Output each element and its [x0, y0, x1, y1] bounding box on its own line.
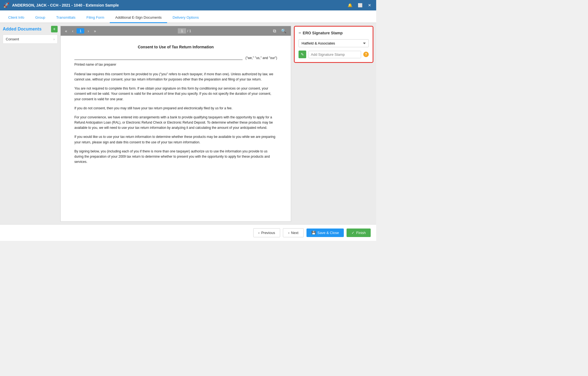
tab-additional-esign[interactable]: Additional E-Sign Documents [110, 13, 167, 23]
signature-row: ✎ ? [299, 51, 369, 58]
help-icon[interactable]: ? [363, 52, 369, 57]
doc-para-1: You are not required to complete this fo… [74, 86, 277, 102]
ero-collapse-btn[interactable]: − [299, 30, 301, 35]
last-page-btn[interactable]: » [92, 28, 98, 34]
doc-para-2: If you do not consent, then you may stil… [74, 106, 277, 111]
next-button[interactable]: › Next [283, 228, 303, 237]
document-item-label: Consent [6, 37, 19, 41]
prev-chevron-icon: ‹ [258, 231, 260, 235]
signature-stamp-input[interactable] [308, 51, 361, 58]
save-icon: 💾 [311, 231, 316, 235]
tab-client-info[interactable]: Client Info [3, 13, 30, 23]
first-page-btn[interactable]: « [63, 28, 69, 34]
next-chevron-icon: › [288, 231, 289, 235]
tab-bar: Client Info Group Transmittals Filing Fo… [0, 10, 376, 23]
save-close-button[interactable]: 💾 Save & Close [306, 229, 344, 237]
doc-para-5: By signing below, you (including each of… [74, 149, 277, 165]
ero-firm-dropdown[interactable]: Hatfield & Associates [299, 39, 369, 47]
document-content: Consent to Use of Tax Return Information… [61, 36, 291, 221]
next-page-btn[interactable]: › [86, 28, 91, 34]
add-document-button[interactable]: + [51, 26, 58, 32]
doc-line-label: ("we," "us," and "our") [245, 55, 277, 61]
restore-btn[interactable]: ⬜ [356, 2, 364, 8]
added-docs-title: Added Documents [3, 27, 41, 32]
tab-delivery-options[interactable]: Delivery Options [167, 13, 204, 23]
footer: ‹ Previous › Next 💾 Save & Close ✓ Finis… [0, 224, 376, 241]
tab-transmittals[interactable]: Transmittals [51, 13, 81, 23]
document-item-consent[interactable]: Consent › [3, 35, 58, 44]
doc-para-4: If you would like us to use your tax ret… [74, 134, 277, 145]
search-icon-btn[interactable]: 🔍 [279, 28, 288, 34]
prev-page-btn[interactable]: ‹ [71, 28, 75, 34]
doc-para-3: For your convenience, we have entered in… [74, 115, 277, 131]
chevron-right-icon: › [54, 37, 55, 41]
page-input[interactable] [178, 28, 186, 34]
signature-edit-btn[interactable]: ✎ [299, 51, 306, 58]
main-content: Added Documents + Consent › « ‹ 1 › » / … [0, 23, 376, 224]
notify-btn[interactable]: 🔔 [346, 2, 354, 8]
app-icon: 🚀 [3, 2, 9, 8]
titlebar: 🚀 ANDERSON, JACK - CCH - 2021 - 1040 - E… [0, 0, 376, 10]
ero-signature-box: − ERO Signature Stamp Hatfield & Associa… [294, 26, 373, 63]
left-panel: Added Documents + Consent › [3, 26, 58, 222]
doc-para-0: Federal law requires this consent form b… [74, 72, 277, 82]
doc-toolbar: « ‹ 1 › » / 1 ⧉ 🔍 [61, 26, 291, 36]
tab-group[interactable]: Group [30, 13, 51, 23]
current-page-btn[interactable]: 1 [77, 28, 84, 34]
app-title: ANDERSON, JACK - CCH - 2021 - 1040 - Ext… [12, 3, 119, 7]
close-btn[interactable]: ✕ [366, 2, 373, 8]
right-panel: − ERO Signature Stamp Hatfield & Associa… [294, 26, 373, 222]
previous-button[interactable]: ‹ Previous [253, 228, 280, 237]
finish-button[interactable]: ✓ Finish [347, 229, 371, 237]
ero-header-label: ERO Signature Stamp [303, 31, 342, 35]
tab-filing-form[interactable]: Filing Form [81, 13, 110, 23]
copy-icon-btn[interactable]: ⧉ [271, 28, 278, 34]
checkmark-icon: ✓ [351, 231, 355, 235]
document-viewer: « ‹ 1 › » / 1 ⧉ 🔍 Consent to Use of Tax … [60, 26, 291, 222]
printed-name-label: Printed name of tax preparer [74, 62, 277, 67]
doc-title: Consent to Use of Tax Return Information [74, 44, 277, 50]
page-total: / 1 [187, 29, 191, 33]
